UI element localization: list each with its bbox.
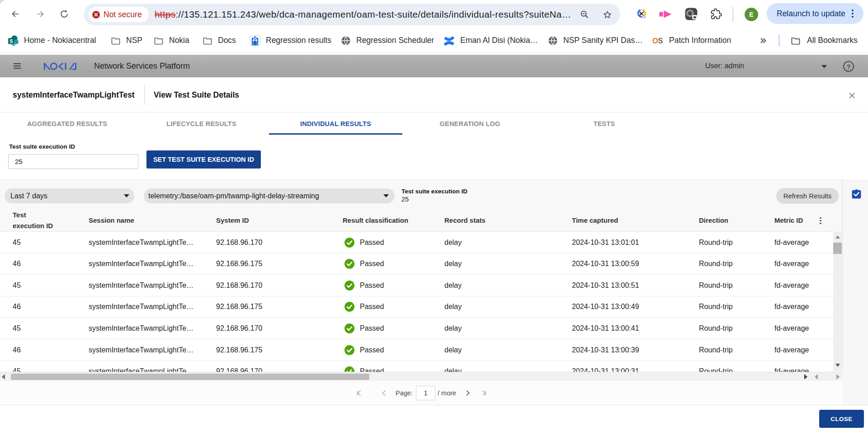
forward-button[interactable] [32, 6, 48, 22]
kebab-dot [820, 223, 821, 224]
hamburger-bar [14, 68, 21, 69]
bookmark-folder-docs[interactable]: Docs [203, 28, 236, 53]
url-text: https://135.121.151.243/web/dca-manageme… [155, 4, 571, 25]
refresh-results-button[interactable]: Refresh Results [776, 188, 839, 204]
hamburger-menu-icon[interactable] [14, 63, 21, 69]
last-page-icon [480, 389, 487, 397]
bookmark-folder-nokia[interactable]: Nokia [154, 28, 189, 53]
vscroll-thumb[interactable] [833, 243, 842, 254]
cell-record-stats: delay [444, 361, 462, 372]
table-menu-button[interactable] [816, 216, 825, 225]
extension-camera-icon [684, 7, 698, 21]
bookmark-label: NSP [126, 36, 142, 45]
all-bookmarks-button[interactable]: All Bookmarks [791, 28, 858, 53]
bookmark-regression-scheduler[interactable]: Regression Scheduler [341, 28, 434, 53]
table-horizontal-scrollbar[interactable] [0, 372, 843, 381]
not-secure-chip[interactable]: Not secure [89, 7, 149, 22]
col-record-stats[interactable]: Record stats [444, 215, 486, 226]
next-page-button[interactable] [462, 388, 473, 398]
back-button[interactable] [7, 6, 24, 22]
help-button[interactable]: ? [843, 61, 854, 72]
extension-pink-button[interactable] [657, 6, 674, 22]
table-row[interactable]: 45 systemInterfaceTwampLightTe… 92.168.9… [0, 318, 833, 339]
scroll-down-icon[interactable] [835, 364, 840, 367]
omnibox[interactable]: Not secure https://135.121.151.243/web/d… [84, 4, 620, 25]
bookmark-patch-information[interactable]: O S Patch Information [652, 28, 731, 53]
cell-system-id: 92.168.96.170 [216, 361, 262, 372]
bookmark-regression-results[interactable]: Regression results [250, 28, 331, 53]
cell-result-classification: Passed [344, 253, 384, 275]
user-menu-caret-icon[interactable] [821, 65, 827, 68]
prev-page-button[interactable] [379, 388, 390, 398]
bookmark-star-button[interactable] [599, 6, 615, 23]
col-direction[interactable]: Direction [699, 215, 728, 226]
col-metric-id[interactable]: Metric ID [774, 215, 803, 226]
dropdown-caret-icon [383, 194, 389, 197]
col-test-execution-id[interactable]: Testexecution ID [13, 210, 53, 231]
tab-aggregated-results[interactable]: AGGREGATED RESULTS [0, 112, 134, 135]
exec-id-input[interactable] [8, 154, 138, 169]
col-time-captured[interactable]: Time captured [572, 215, 618, 226]
bookmark-label: Regression Scheduler [356, 36, 434, 45]
col-session-name[interactable]: Session name [89, 215, 134, 226]
url-scheme: https [155, 9, 175, 20]
outer-scroll-left-icon[interactable] [815, 374, 818, 379]
browser-menu-icon[interactable] [852, 8, 854, 19]
results-checkbox-icon[interactable] [852, 189, 861, 199]
telemetry-select[interactable]: telemetry:/base/oam-pm/twamp-light-delay… [144, 188, 395, 203]
train-icon [250, 35, 260, 46]
avatar-initial: E [749, 11, 753, 18]
folder-icon [111, 36, 121, 46]
tab-tests[interactable]: TESTS [537, 112, 671, 135]
time-range-select[interactable]: Last 7 days [5, 188, 134, 203]
tab-individual-results[interactable]: INDIVIDUAL RESULTS [269, 112, 403, 135]
extensions-menu-button[interactable] [708, 6, 724, 22]
scroll-left-icon[interactable] [2, 374, 5, 379]
zoom-button[interactable] [576, 6, 593, 23]
first-page-button[interactable] [354, 388, 365, 398]
relaunch-button[interactable]: Relaunch to update [767, 3, 863, 24]
bookmark-label: NSP Sanity KPI Das… [563, 36, 643, 45]
scroll-right-icon[interactable] [804, 374, 807, 379]
tab-generation-log[interactable]: GENERATION LOG [403, 112, 537, 135]
result-label: Passed [360, 239, 384, 247]
table-row[interactable]: 46 systemInterfaceTwampLightTe… 92.168.9… [0, 296, 833, 318]
tab-lifecycle-results[interactable]: LIFECYCLE RESULTS [134, 112, 269, 135]
cell-direction: Round-trip [699, 339, 733, 361]
cell-result-classification: Passed [344, 275, 384, 296]
table-row[interactable]: 46 systemInterfaceTwampLightTe… 92.168.9… [0, 339, 833, 361]
close-button[interactable]: CLOSE [819, 410, 864, 428]
col-result-classification[interactable]: Result classification [343, 215, 408, 226]
bookmark-confluence[interactable]: Eman Al Disi (Nokia… [444, 28, 538, 53]
table-row[interactable]: 46 systemInterfaceTwampLightTe… 92.168.9… [0, 253, 833, 275]
cell-test-execution-id: 45 [13, 361, 21, 372]
bookmark-nsp-sanity[interactable]: NSP Sanity KPI Das… [548, 28, 643, 53]
reload-button[interactable] [56, 6, 72, 22]
bookmark-home-nokiacentral[interactable]: S Home - Nokiacentral [8, 28, 96, 53]
scroll-up-icon[interactable] [835, 235, 840, 239]
profile-avatar[interactable]: E [745, 8, 758, 21]
zoom-out-icon [580, 10, 589, 19]
extension-qt-button[interactable] [633, 6, 650, 22]
table-row[interactable]: 45 systemInterfaceTwampLightTe… 92.168.9… [0, 232, 833, 253]
cell-session-name: systemInterfaceTwampLightTe… [89, 296, 193, 318]
table-vertical-scrollbar[interactable] [833, 232, 842, 371]
forward-icon [36, 9, 45, 19]
close-view-button[interactable] [846, 90, 858, 101]
cell-direction: Round-trip [699, 275, 733, 296]
outer-scroll-right-icon[interactable] [836, 374, 840, 379]
user-menu[interactable]: User: admin [705, 55, 744, 77]
set-exec-id-button[interactable]: SET TEST SUITE EXECUTION ID [146, 150, 261, 169]
bookmarks-overflow-button[interactable] [759, 28, 768, 53]
col-system-id[interactable]: System ID [216, 215, 249, 226]
page-input[interactable] [416, 386, 435, 400]
extension-camera-button[interactable] [683, 6, 699, 22]
table-row[interactable]: 45 systemInterfaceTwampLightTe… 92.168.9… [0, 361, 833, 372]
globe-icon [341, 36, 351, 46]
table-row[interactable]: 45 systemInterfaceTwampLightTe… 92.168.9… [0, 275, 833, 296]
cell-time-captured: 2024-10-31 13:00:31 [572, 361, 639, 372]
last-page-button[interactable] [478, 388, 489, 398]
cell-time-captured: 2024-10-31 13:00:51 [572, 275, 639, 296]
hscroll-thumb[interactable] [11, 374, 369, 380]
bookmark-folder-nsp[interactable]: NSP [111, 28, 142, 53]
